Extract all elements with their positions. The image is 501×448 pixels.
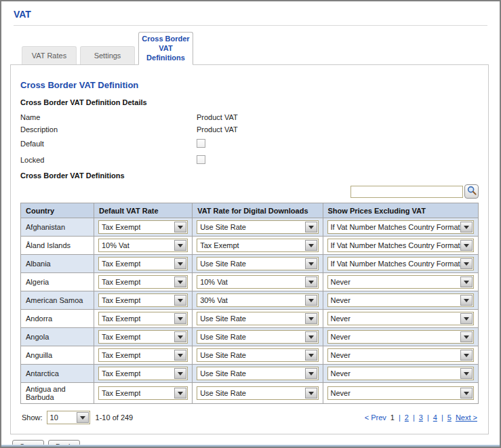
show-prices-excluding-vat-value: If Vat Number Matches Country Format (331, 260, 460, 268)
show-prices-excluding-vat-value: If Vat Number Matches Country Format (331, 241, 460, 249)
country-name: American Samoa (26, 296, 83, 304)
country-cell: Angola (21, 328, 94, 346)
default-vat-rate-select[interactable]: Tax Exempt (98, 257, 188, 270)
digital-downloads-rate-select[interactable]: Use Site Rate (197, 312, 318, 325)
show-prices-excluding-vat-select[interactable]: Never (327, 348, 475, 362)
digital-downloads-rate-value: 10% Vat (200, 278, 228, 286)
table-row: Angola Tax Exempt Use Site Rate Never (21, 328, 479, 346)
show-prices-excluding-vat-select[interactable]: Never (327, 330, 475, 344)
chevron-down-icon (305, 240, 317, 251)
tab-content-panel: Cross Border VAT Definition Cross Border… (10, 64, 489, 434)
show-prices-excluding-vat-select[interactable]: Never (327, 275, 475, 289)
country-cell: Åland Islands (21, 237, 94, 255)
default-vat-rate-select[interactable]: Tax Exempt (98, 312, 188, 325)
country-name: Antigua and Barbuda (26, 385, 66, 401)
page-links: 1|2|3|4|5 (390, 413, 452, 422)
digital-downloads-rate-select[interactable]: Use Site Rate (197, 367, 318, 380)
country-cell: Andorra (21, 310, 94, 328)
default-vat-rate-select[interactable]: 10% Vat (98, 239, 188, 252)
page-separator: | (413, 413, 415, 422)
table-row: Afghanistan Tax Exempt Use Site Rate If … (21, 218, 479, 237)
default-vat-rate-select[interactable]: Tax Exempt (98, 348, 188, 362)
default-vat-rate-value: 10% Vat (102, 241, 129, 249)
default-vat-rate-select[interactable]: Tax Exempt (98, 293, 188, 307)
section-heading: Cross Border VAT Definition (20, 80, 479, 90)
digital-downloads-rate-select[interactable]: 10% Vat (197, 275, 318, 289)
tab-settings[interactable]: Settings (80, 46, 135, 64)
chevron-down-icon (77, 412, 89, 423)
digital-downloads-rate-select[interactable]: Use Site Rate (197, 257, 318, 270)
country-cell: Anguilla (21, 346, 94, 365)
default-label: Default (20, 140, 197, 148)
default-vat-rate-select[interactable]: Tax Exempt (98, 367, 188, 380)
default-vat-rate-value: Tax Exempt (102, 333, 140, 341)
chevron-down-icon (460, 277, 473, 287)
digital-downloads-rate-select[interactable]: Use Site Rate (197, 220, 318, 234)
title-divider (14, 25, 487, 26)
default-checkbox[interactable] (197, 139, 205, 148)
show-prices-excluding-vat-select[interactable]: Never (327, 293, 475, 307)
chevron-down-icon (460, 368, 473, 379)
default-vat-rate-select[interactable]: Tax Exempt (98, 275, 188, 289)
table-row: Åland Islands 10% Vat Tax Exempt If Vat … (21, 237, 479, 255)
page-number-link[interactable]: 5 (447, 413, 452, 422)
digital-downloads-rate-value: Use Site Rate (200, 369, 246, 378)
chevron-down-icon (174, 331, 186, 342)
country-name: Albania (26, 260, 51, 268)
show-prices-excluding-vat-select[interactable]: If Vat Number Matches Country Format (327, 220, 475, 234)
next-page-link[interactable]: Next > (456, 413, 477, 422)
prev-page-link[interactable]: < Prev (365, 413, 386, 422)
show-prices-excluding-vat-select[interactable]: Never (327, 386, 475, 400)
tab-cross-border-vat-definitions[interactable]: Cross Border VAT Definitions (138, 32, 193, 65)
digital-downloads-rate-value: Use Site Rate (200, 389, 246, 397)
digital-downloads-rate-value: Use Site Rate (200, 260, 246, 268)
show-prices-excluding-vat-value: Never (331, 296, 350, 304)
digital-downloads-rate-select[interactable]: Tax Exempt (197, 239, 318, 252)
page-separator: | (441, 413, 443, 422)
table-row: American Samoa Tax Exempt 30% Vat Never (21, 291, 479, 310)
chevron-down-icon (460, 331, 473, 342)
pager: < Prev 1|2|3|4|5 Next > (365, 413, 477, 422)
digital-downloads-rate-select[interactable]: Use Site Rate (197, 348, 318, 362)
bottom-strip (1, 445, 500, 447)
search-input[interactable] (350, 186, 463, 198)
page-title: VAT (14, 9, 500, 20)
column-header-country: Country (21, 203, 94, 218)
digital-downloads-rate-value: Use Site Rate (200, 351, 246, 359)
show-prices-excluding-vat-select[interactable]: Never (327, 367, 475, 380)
default-vat-rate-value: Tax Exempt (102, 369, 140, 378)
chevron-down-icon (174, 368, 186, 379)
default-vat-rate-select[interactable]: Tax Exempt (98, 386, 188, 400)
chevron-down-icon (305, 277, 317, 287)
country-cell: Antigua and Barbuda (21, 383, 94, 404)
page-number-link[interactable]: 2 (405, 413, 409, 422)
digital-downloads-rate-select[interactable]: 30% Vat (197, 293, 318, 307)
digital-downloads-rate-value: Use Site Rate (200, 333, 246, 341)
default-vat-rate-select[interactable]: Tax Exempt (98, 220, 188, 234)
digital-downloads-rate-value: Use Site Rate (200, 314, 246, 323)
default-vat-rate-select[interactable]: Tax Exempt (98, 330, 188, 344)
default-vat-rate-value: Tax Exempt (102, 389, 140, 397)
table-row: Antarctica Tax Exempt Use Site Rate Neve… (21, 365, 479, 383)
country-cell: Antarctica (21, 365, 94, 383)
description-row: Description Product VAT (20, 123, 479, 135)
locked-label: Locked (20, 156, 197, 164)
show-page-size-select[interactable]: 10 (47, 411, 90, 424)
show-prices-excluding-vat-select[interactable]: If Vat Number Matches Country Format (327, 239, 475, 252)
locked-checkbox[interactable] (197, 155, 205, 164)
show-prices-excluding-vat-select[interactable]: If Vat Number Matches Country Format (327, 257, 475, 270)
tab-vat-rates[interactable]: VAT Rates (22, 46, 77, 64)
table-row: Antigua and Barbuda Tax Exempt Use Site … (21, 383, 479, 404)
locked-row: Locked (20, 152, 479, 167)
country-name: Åland Islands (26, 241, 71, 249)
chevron-down-icon (174, 222, 186, 232)
digital-downloads-rate-select[interactable]: Use Site Rate (197, 386, 318, 400)
chevron-down-icon (174, 313, 186, 324)
page-number-link[interactable]: 4 (433, 413, 437, 422)
chevron-down-icon (305, 295, 317, 306)
page-number-link[interactable]: 3 (419, 413, 423, 422)
show-prices-excluding-vat-value: Never (331, 314, 350, 323)
show-prices-excluding-vat-select[interactable]: Never (327, 312, 475, 325)
digital-downloads-rate-select[interactable]: Use Site Rate (197, 330, 318, 344)
search-button[interactable] (464, 184, 479, 199)
